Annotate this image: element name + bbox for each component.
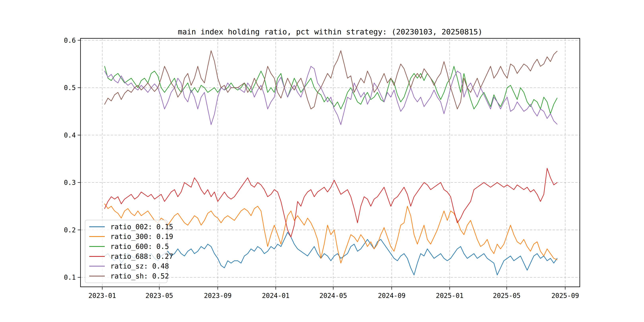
legend-label: ratio_002: 0.15 xyxy=(110,223,173,231)
legend-item: ratio_300: 0.19 xyxy=(85,232,167,241)
x-tick-label: 2024-01 xyxy=(262,292,290,300)
x-tick-label: 2023-09 xyxy=(204,292,232,300)
legend-line-sample xyxy=(89,226,105,227)
y-tick-label: 0.5 xyxy=(64,84,76,92)
legend-item: ratio_688: 0.27 xyxy=(85,252,167,261)
legend: ratio_002: 0.15ratio_300: 0.19ratio_600:… xyxy=(85,220,167,283)
legend-item: ratio_sh: 0.52 xyxy=(85,271,167,281)
x-tick-label: 2024-09 xyxy=(378,292,406,300)
x-tick-label: 2024-05 xyxy=(320,292,347,300)
legend-label: ratio_300: 0.19 xyxy=(110,232,173,240)
x-tick-label: 2025-09 xyxy=(552,292,579,300)
legend-line-sample xyxy=(89,256,105,257)
series-line-ratio_sz xyxy=(104,66,557,125)
legend-item: ratio_sz: 0.48 xyxy=(85,262,167,271)
legend-item: ratio_002: 0.15 xyxy=(85,222,167,232)
x-tick-label: 2025-01 xyxy=(436,292,464,300)
y-tick-label: 0.2 xyxy=(64,226,76,234)
figure-container: 2023-012023-052023-092024-012024-052024-… xyxy=(0,0,644,322)
y-tick-label: 0.6 xyxy=(64,36,76,44)
legend-label: ratio_600: 0.5 xyxy=(110,242,169,250)
y-tick-label: 0.3 xyxy=(64,179,76,186)
legend-line-sample xyxy=(89,266,105,266)
y-tick-label: 0.4 xyxy=(64,132,76,139)
chart-title: main index holding ratio, pct within str… xyxy=(178,28,482,36)
series-lines xyxy=(104,51,557,275)
legend-item: ratio_600: 0.5 xyxy=(85,242,167,251)
y-tick-label: 0.1 xyxy=(64,274,76,281)
legend-line-sample xyxy=(89,246,105,247)
x-tick-label: 2025-05 xyxy=(493,292,520,300)
x-tick-label: 2023-01 xyxy=(88,292,116,300)
legend-label: ratio_688: 0.27 xyxy=(110,252,173,260)
legend-line-sample xyxy=(89,276,105,276)
series-line-ratio_sh xyxy=(104,51,557,109)
legend-line-sample xyxy=(89,236,105,237)
x-tick-label: 2023-05 xyxy=(146,292,173,300)
legend-label: ratio_sz: 0.48 xyxy=(110,262,169,270)
legend-label: ratio_sh: 0.52 xyxy=(110,272,169,280)
